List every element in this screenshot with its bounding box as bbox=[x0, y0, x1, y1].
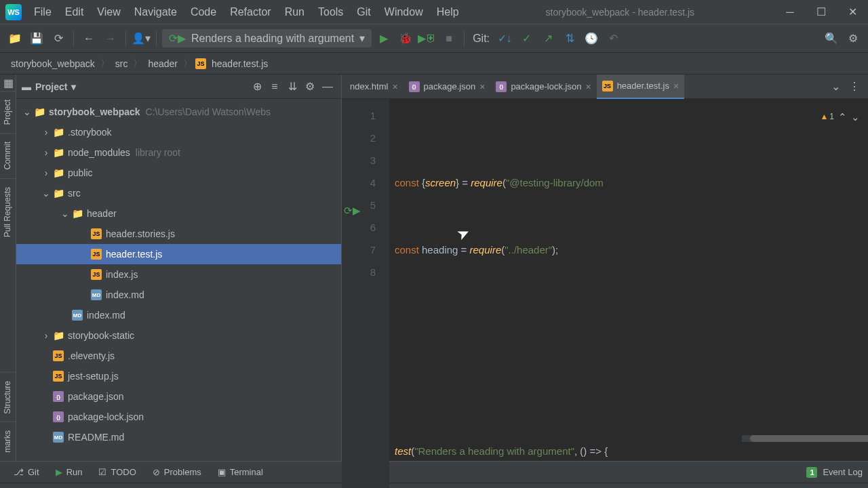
breadcrumb: storybook_webpack 〉 src 〉 header 〉 JS he… bbox=[0, 53, 868, 75]
close-icon[interactable]: × bbox=[585, 81, 591, 92]
tree-item-jest-setup-js[interactable]: JSjest-setup.js bbox=[16, 366, 341, 386]
expand-all-icon[interactable]: ≡ bbox=[267, 79, 283, 95]
tree-item-node-modules[interactable]: ›📁node_moduleslibrary root bbox=[16, 142, 341, 163]
toolbar: 📁 💾 ⟳ ← → 👤▾ ⟳▶ Renders a heading with a… bbox=[0, 24, 868, 53]
tree-root[interactable]: ⌄📁 storybook_webpack C:\Users\David Wats… bbox=[16, 102, 341, 122]
horizontal-scrollbar[interactable] bbox=[742, 435, 857, 442]
tree-item-header-test-js[interactable]: JSheader.test.js bbox=[16, 244, 341, 264]
debug-icon[interactable]: 🐞 bbox=[396, 29, 415, 48]
tree-item-header-stories-js[interactable]: JSheader.stories.js bbox=[16, 224, 341, 244]
close-icon[interactable]: × bbox=[673, 81, 679, 92]
tree-item--storybook[interactable]: ›📁.storybook bbox=[16, 122, 341, 142]
tab-more-icon[interactable]: ⋮ bbox=[846, 79, 863, 95]
project-tree[interactable]: ⌄📁 storybook_webpack C:\Users\David Wats… bbox=[16, 99, 341, 461]
gutter-structure[interactable]: Structure bbox=[0, 372, 16, 422]
tab-package-lock[interactable]: {}package-lock.json× bbox=[490, 75, 596, 99]
run-icon[interactable]: ▶ bbox=[374, 29, 393, 48]
hide-icon[interactable]: — bbox=[319, 79, 336, 95]
clock-icon[interactable]: 🕓 bbox=[582, 29, 601, 48]
minimize-button[interactable]: ─ bbox=[774, 0, 806, 24]
tree-item-package-lock-json[interactable]: {}package-lock.json bbox=[16, 407, 341, 427]
project-tool-icon[interactable]: ▦ bbox=[0, 75, 16, 91]
inspection-badge[interactable]: ▲1 ⌃ ⌄ bbox=[820, 106, 860, 128]
coverage-icon[interactable]: ▶⛨ bbox=[418, 29, 437, 48]
tab-header-test[interactable]: JSheader.test.js× bbox=[597, 75, 685, 99]
btab-git[interactable]: ⎇Git bbox=[5, 467, 47, 477]
menu-window[interactable]: Window bbox=[378, 1, 430, 24]
menu-file[interactable]: File bbox=[27, 1, 58, 24]
menu-run[interactable]: Run bbox=[278, 1, 311, 24]
maximize-button[interactable]: ☐ bbox=[806, 0, 837, 24]
tool-settings-icon[interactable]: ⚙ bbox=[302, 79, 318, 95]
tab-dropdown-icon[interactable]: ⌄ bbox=[827, 79, 844, 95]
select-opened-icon[interactable]: ⊕ bbox=[249, 79, 265, 95]
refresh-icon[interactable]: ⟳ bbox=[49, 29, 68, 48]
run-config-label: Renders a heading with argument bbox=[191, 33, 354, 45]
settings-icon[interactable]: ⚙ bbox=[844, 29, 863, 48]
tree-item-storybook-static[interactable]: ›📁storybook-static bbox=[16, 325, 341, 346]
chevron-down-icon: ▾ bbox=[71, 81, 76, 92]
search-icon[interactable]: 🔍 bbox=[822, 29, 841, 48]
gutter-project[interactable]: Project bbox=[0, 91, 16, 133]
crumb-file[interactable]: header.test.js bbox=[209, 58, 271, 69]
btab-problems[interactable]: ⊘Problems bbox=[144, 467, 210, 477]
undo-icon[interactable]: ↶ bbox=[604, 29, 623, 48]
crumb-src[interactable]: src bbox=[113, 58, 131, 69]
gutter-bookmarks[interactable]: marks bbox=[0, 422, 16, 461]
btab-todo[interactable]: ☑TODO bbox=[90, 467, 144, 477]
open-icon[interactable]: 📁 bbox=[5, 29, 24, 48]
tree-item-index-md[interactable]: MDindex.md bbox=[16, 285, 341, 305]
history-icon[interactable]: ⇅ bbox=[560, 29, 579, 48]
tree-item-index-md[interactable]: MDindex.md bbox=[16, 305, 341, 325]
tab-index-html[interactable]: ndex.html× bbox=[344, 75, 403, 99]
left-tool-gutter: ▦ Project Commit Pull Requests Structure… bbox=[0, 75, 16, 461]
tree-item-index-js[interactable]: JSindex.js bbox=[16, 264, 341, 285]
titlebar: WS File Edit View Navigate Code Refactor… bbox=[0, 0, 868, 24]
close-icon[interactable]: × bbox=[479, 81, 485, 92]
line-gutter[interactable]: 1 2 3 4 ⟳▶5 6 7 8 bbox=[342, 99, 389, 488]
gutter-pull-requests[interactable]: Pull Requests bbox=[0, 178, 16, 245]
folder-icon: ▬ bbox=[22, 81, 31, 92]
save-icon[interactable]: 💾 bbox=[27, 29, 46, 48]
push-icon[interactable]: ↗ bbox=[538, 29, 557, 48]
project-sidebar: ▬ Project ▾ ⊕ ≡ ⇊ ⚙ — ⌄📁 storybook_webpa… bbox=[16, 75, 342, 461]
btab-run[interactable]: ▶Run bbox=[47, 467, 91, 477]
commit-icon[interactable]: ✓ bbox=[517, 29, 536, 48]
run-config-selector[interactable]: ⟳▶ Renders a heading with argument ▾ bbox=[162, 29, 372, 47]
tree-item-readme-md[interactable]: MDREADME.md bbox=[16, 427, 341, 447]
js-file-icon: JS bbox=[195, 58, 206, 69]
menu-code[interactable]: Code bbox=[184, 1, 223, 24]
menu-edit[interactable]: Edit bbox=[58, 1, 91, 24]
menu-refactor[interactable]: Refactor bbox=[223, 1, 277, 24]
close-icon[interactable]: × bbox=[392, 81, 397, 92]
menu-tools[interactable]: Tools bbox=[311, 1, 350, 24]
code-area[interactable]: ▲1 ⌃ ⌄ const {screen} = require("@testin… bbox=[389, 99, 868, 488]
menu-navigate[interactable]: Navigate bbox=[127, 1, 184, 24]
crumb-project[interactable]: storybook_webpack bbox=[8, 58, 98, 69]
gutter-commit[interactable]: Commit bbox=[0, 133, 16, 178]
back-icon[interactable]: ← bbox=[79, 29, 98, 48]
tab-package-json[interactable]: {}package.json× bbox=[403, 75, 491, 99]
tree-item-public[interactable]: ›📁public bbox=[16, 163, 341, 183]
chevron-down-icon: ▾ bbox=[359, 32, 365, 45]
forward-icon[interactable]: → bbox=[101, 29, 120, 48]
menu-view[interactable]: View bbox=[90, 1, 127, 24]
menu-git[interactable]: Git bbox=[350, 1, 377, 24]
btab-terminal[interactable]: ▣Terminal bbox=[210, 467, 271, 477]
tree-item-header[interactable]: ⌄📁header bbox=[16, 203, 341, 224]
update-icon[interactable]: ✓↓ bbox=[495, 29, 514, 48]
tree-item-src[interactable]: ⌄📁src bbox=[16, 183, 341, 203]
crumb-header[interactable]: header bbox=[145, 58, 180, 69]
run-config-icon: ⟳▶ bbox=[169, 32, 186, 45]
tree-item--eleventy-js[interactable]: JS.eleventy.js bbox=[16, 346, 341, 366]
user-icon[interactable]: 👤▾ bbox=[132, 29, 151, 48]
menu-help[interactable]: Help bbox=[430, 1, 466, 24]
project-view-selector[interactable]: ▬ Project ▾ bbox=[22, 81, 76, 92]
stop-icon[interactable]: ■ bbox=[439, 29, 458, 48]
app-icon: WS bbox=[5, 4, 22, 20]
collapse-all-icon[interactable]: ⇊ bbox=[284, 79, 300, 95]
next-highlight-icon[interactable]: ⌄ bbox=[851, 106, 860, 128]
prev-highlight-icon[interactable]: ⌃ bbox=[838, 106, 847, 128]
close-button[interactable]: ✕ bbox=[837, 0, 868, 24]
tree-item-package-json[interactable]: {}package.json bbox=[16, 386, 341, 407]
